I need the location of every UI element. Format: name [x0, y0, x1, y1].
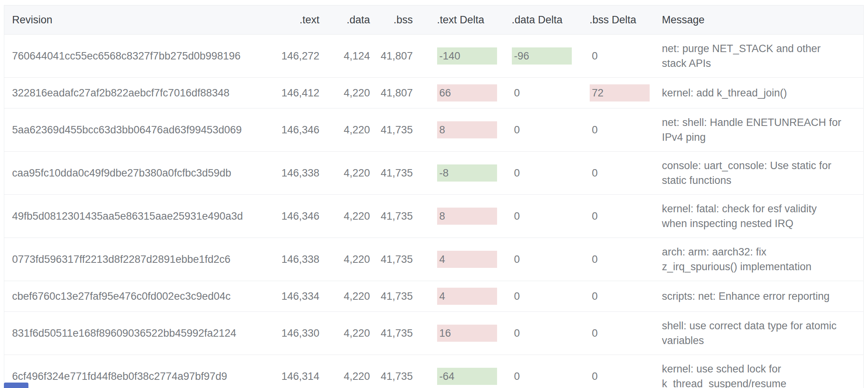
data-size-cell: 4,220 — [323, 78, 374, 108]
column-header-text-delta: .text Delta — [417, 5, 492, 35]
data-delta-badge: 0 — [512, 368, 572, 385]
bss-delta-cell: 0 — [569, 35, 645, 78]
data-delta-cell: 0 — [492, 355, 569, 388]
bss-delta-cell: 0 — [569, 108, 645, 152]
message-cell: kernel: use sched lock for k_thread_susp… — [645, 355, 864, 388]
table-row: 0773fd596317ff2213d8f2287d2891ebbe1fd2c6… — [4, 238, 864, 281]
table-row: 6cf496f324e771fd44f8eb0f38c2774a97bf97d9… — [4, 355, 864, 388]
text-delta-badge: 4 — [437, 251, 497, 268]
bss-delta-cell: 72 — [569, 78, 645, 108]
message-cell: scripts: net: Enhance error reporting — [645, 281, 864, 312]
bss-delta-badge: 72 — [590, 84, 650, 101]
text-delta-badge: 66 — [437, 84, 497, 101]
column-header-bss: .bss — [374, 5, 417, 35]
revision-size-table: Revision .text .data .bss .text Delta .d… — [4, 5, 864, 388]
data-size-cell: 4,124 — [323, 35, 374, 78]
message-cell: arch: arm: aarch32: fix z_irq_spurious()… — [645, 238, 864, 281]
bss-delta-cell: 0 — [569, 355, 645, 388]
data-delta-badge: 0 — [512, 251, 572, 268]
text-size-cell: 146,338 — [269, 238, 323, 281]
data-delta-cell: 0 — [492, 281, 569, 312]
data-delta-badge: 0 — [512, 121, 572, 138]
text-size-cell: 146,330 — [269, 312, 323, 355]
text-size-cell: 146,334 — [269, 281, 323, 312]
text-delta-cell: 8 — [417, 108, 492, 152]
bss-delta-badge: 0 — [590, 208, 650, 225]
bss-delta-badge: 0 — [590, 121, 650, 138]
revision-cell: 49fb5d0812301435aa5e86315aae25931e490a3d — [4, 195, 269, 238]
text-size-cell: 146,346 — [269, 195, 323, 238]
text-size-cell: 146,412 — [269, 78, 323, 108]
text-delta-cell: -64 — [417, 355, 492, 388]
text-delta-badge: 8 — [437, 121, 497, 138]
column-header-message: Message — [645, 5, 864, 35]
bss-delta-cell: 0 — [569, 312, 645, 355]
column-header-revision: Revision — [4, 5, 269, 35]
bss-size-cell: 41,735 — [374, 312, 417, 355]
data-delta-badge: 0 — [512, 288, 572, 305]
revision-cell: 0773fd596317ff2213d8f2287d2891ebbe1fd2c6 — [4, 238, 269, 281]
bss-delta-badge: 0 — [590, 251, 650, 268]
table-row: 49fb5d0812301435aa5e86315aae25931e490a3d… — [4, 195, 864, 238]
message-cell: net: purge NET_STACK and other stack API… — [645, 35, 864, 78]
text-delta-cell: 16 — [417, 312, 492, 355]
bss-delta-cell: 0 — [569, 195, 645, 238]
message-cell: console: uart_console: Use static for st… — [645, 152, 864, 195]
bss-delta-badge: 0 — [590, 288, 650, 305]
table-row: caa95fc10dda0c49f9dbe27b380a0fcfbc3d59db… — [4, 152, 864, 195]
revision-cell: cbef6760c13e27faf95e476c0fd002ec3c9ed04c — [4, 281, 269, 312]
data-delta-cell: 0 — [492, 312, 569, 355]
table-body: 760644041cc55ec6568c8327f7bb275d0b998196… — [4, 35, 864, 388]
bss-size-cell: 41,735 — [374, 238, 417, 281]
text-size-cell: 146,338 — [269, 152, 323, 195]
revision-cell: 831f6d50511e168f89609036522bb45992fa2124 — [4, 312, 269, 355]
bss-delta-badge: 0 — [590, 325, 650, 342]
data-delta-cell: 0 — [492, 78, 569, 108]
text-delta-badge: 8 — [437, 208, 497, 225]
revision-cell: 760644041cc55ec6568c8327f7bb275d0b998196 — [4, 35, 269, 78]
data-size-cell: 4,220 — [323, 195, 374, 238]
partial-blue-element[interactable] — [4, 383, 28, 388]
data-delta-badge: 0 — [512, 164, 572, 182]
data-delta-cell: 0 — [492, 238, 569, 281]
bss-size-cell: 41,735 — [374, 281, 417, 312]
text-delta-badge: -8 — [437, 164, 497, 182]
column-header-text: .text — [269, 5, 323, 35]
text-delta-cell: 8 — [417, 195, 492, 238]
text-size-cell: 146,272 — [269, 35, 323, 78]
data-delta-cell: -96 — [492, 35, 569, 78]
bss-delta-cell: 0 — [569, 152, 645, 195]
table-row: 322816eadafc27af2b822aebcf7fc7016df88348… — [4, 78, 864, 108]
data-delta-badge: -96 — [512, 47, 572, 65]
data-delta-badge: 0 — [512, 325, 572, 342]
bss-size-cell: 41,735 — [374, 355, 417, 388]
table-row: cbef6760c13e27faf95e476c0fd002ec3c9ed04c… — [4, 281, 864, 312]
text-delta-badge: 16 — [437, 325, 497, 342]
bss-delta-badge: 0 — [590, 47, 650, 65]
text-size-cell: 146,314 — [269, 355, 323, 388]
bss-size-cell: 41,807 — [374, 35, 417, 78]
data-size-cell: 4,220 — [323, 281, 374, 312]
data-delta-badge: 0 — [512, 84, 572, 101]
table-row: 760644041cc55ec6568c8327f7bb275d0b998196… — [4, 35, 864, 78]
message-cell: net: shell: Handle ENETUNREACH for IPv4 … — [645, 108, 864, 152]
column-header-data-delta: .data Delta — [492, 5, 569, 35]
text-delta-badge: 4 — [437, 288, 497, 305]
column-header-bss-delta: .bss Delta — [569, 5, 645, 35]
bss-delta-cell: 0 — [569, 281, 645, 312]
bss-delta-badge: 0 — [590, 164, 650, 182]
text-delta-cell: 4 — [417, 238, 492, 281]
text-delta-badge: -140 — [437, 47, 497, 65]
page: Revision .text .data .bss .text Delta .d… — [0, 0, 868, 388]
data-delta-cell: 0 — [492, 108, 569, 152]
text-size-cell: 146,346 — [269, 108, 323, 152]
revision-cell: 5aa62369d455bcc63d3bb06476ad63f99453d069 — [4, 108, 269, 152]
text-delta-cell: 66 — [417, 78, 492, 108]
text-delta-cell: 4 — [417, 281, 492, 312]
header-row: Revision .text .data .bss .text Delta .d… — [4, 5, 864, 35]
table-row: 831f6d50511e168f89609036522bb45992fa2124… — [4, 312, 864, 355]
table-row: 5aa62369d455bcc63d3bb06476ad63f99453d069… — [4, 108, 864, 152]
data-size-cell: 4,220 — [323, 108, 374, 152]
data-delta-badge: 0 — [512, 208, 572, 225]
column-header-data: .data — [323, 5, 374, 35]
